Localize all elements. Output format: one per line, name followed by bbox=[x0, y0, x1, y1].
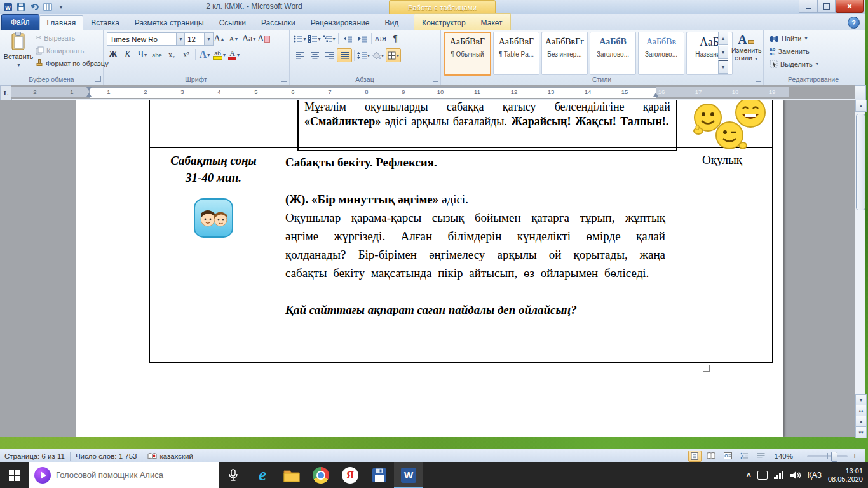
font-size-combo[interactable]: 12▾ bbox=[184, 32, 214, 46]
file-explorer-button[interactable] bbox=[277, 462, 306, 488]
clipboard-dialog-launcher-icon[interactable] bbox=[95, 76, 101, 82]
save-icon[interactable] bbox=[15, 1, 27, 13]
style-heading1[interactable]: АаБбВ Заголово... bbox=[590, 32, 636, 75]
font-name-combo[interactable]: Times New Ro▾ bbox=[107, 32, 186, 46]
internet-explorer-button[interactable]: e bbox=[248, 462, 277, 488]
zoom-slider-thumb[interactable] bbox=[831, 452, 837, 462]
change-case-button[interactable]: Аа▾ bbox=[241, 32, 256, 45]
bullets-button[interactable]: ▾ bbox=[293, 32, 307, 45]
tab-table-layout[interactable]: Макет bbox=[473, 15, 510, 30]
paragraph-dialog-launcher-icon[interactable] bbox=[433, 76, 438, 82]
styles-scroll-up-icon[interactable]: ▲ bbox=[718, 32, 728, 45]
sort-button[interactable]: А↓Я bbox=[374, 32, 388, 45]
format-painter-button[interactable]: Формат по образцу bbox=[36, 59, 109, 67]
underline-button[interactable]: Ч▾ bbox=[135, 48, 149, 61]
highlight-button[interactable]: аб ▾ bbox=[212, 48, 226, 61]
hanging-indent-marker[interactable] bbox=[86, 93, 92, 97]
tab-table-design[interactable]: Конструктор bbox=[414, 15, 473, 30]
style-no-spacing[interactable]: АаБбВвГг Без интер... bbox=[541, 32, 588, 75]
grow-font-button[interactable]: А▲ bbox=[212, 32, 226, 45]
draft-view-button[interactable] bbox=[754, 451, 768, 462]
select-button[interactable]: Выделить▾ bbox=[770, 60, 818, 68]
line-spacing-button[interactable]: ▾ bbox=[356, 49, 370, 62]
subscript-button[interactable]: x₂ bbox=[165, 48, 179, 61]
numbering-button[interactable]: ▾ bbox=[308, 32, 322, 45]
align-center-button[interactable] bbox=[308, 49, 322, 62]
page-status[interactable]: Страница: 6 из 11 bbox=[4, 452, 65, 460]
superscript-button[interactable]: x² bbox=[179, 48, 193, 61]
text-effects-button[interactable]: А▾ bbox=[198, 48, 212, 61]
right-indent-marker[interactable] bbox=[653, 93, 658, 97]
undo-icon[interactable] bbox=[29, 1, 40, 13]
tab-review[interactable]: Рецензирование bbox=[303, 15, 377, 30]
tray-expand-icon[interactable]: ^ bbox=[747, 471, 751, 480]
replace-button[interactable]: abac Заменить bbox=[770, 47, 810, 56]
maximize-button[interactable] bbox=[817, 0, 836, 13]
minimize-button[interactable] bbox=[799, 0, 817, 13]
volume-icon[interactable] bbox=[790, 470, 801, 480]
floppy-app-button[interactable] bbox=[365, 462, 394, 488]
language-indicator[interactable]: ҚАЗ bbox=[808, 471, 822, 480]
alice-search-box[interactable]: Голосовой помощник Алиса bbox=[29, 462, 219, 488]
tray-app-icon[interactable] bbox=[757, 471, 768, 480]
style-heading2[interactable]: АаБбВв Заголово... bbox=[638, 32, 684, 75]
lesson-cell[interactable]: Сабақты бекіту. Рефлексия. (Ж). «Бір мин… bbox=[285, 153, 665, 319]
table-resize-handle[interactable] bbox=[703, 365, 710, 372]
horizontal-ruler[interactable]: 2112345678910111213141516171819 bbox=[11, 85, 855, 99]
ruler-toggle-button[interactable] bbox=[855, 85, 866, 100]
document-area[interactable]: Мұғалім оқушыларды сабаққа қатысу белсен… bbox=[0, 100, 855, 437]
word-taskbar-button[interactable]: W bbox=[394, 462, 423, 488]
shrink-font-button[interactable]: А▼ bbox=[227, 32, 241, 45]
network-icon[interactable] bbox=[774, 471, 783, 479]
borders-button[interactable]: ▾ bbox=[386, 48, 401, 62]
change-styles-button[interactable]: А Изменить стили ▾ bbox=[731, 32, 761, 63]
qat-customize-icon[interactable]: ▾ bbox=[55, 1, 67, 13]
tab-mailings[interactable]: Рассылки bbox=[254, 15, 303, 30]
justify-button[interactable] bbox=[337, 48, 352, 62]
resource-cell[interactable]: Оқулық bbox=[672, 153, 773, 167]
font-dialog-launcher-icon[interactable] bbox=[281, 76, 287, 82]
find-button[interactable]: Найти▾ bbox=[770, 34, 807, 43]
scrollbar-thumb[interactable] bbox=[856, 114, 865, 210]
increase-indent-button[interactable] bbox=[355, 32, 369, 45]
tab-home[interactable]: Главная bbox=[39, 15, 84, 30]
stage-cell[interactable]: Сабақтың соңы 31-40 мин. bbox=[149, 152, 278, 186]
styles-gallery-expand-icon[interactable]: ▼ bbox=[718, 60, 728, 74]
scroll-up-icon[interactable]: ▲ bbox=[855, 100, 867, 112]
clear-formatting-button[interactable]: А bbox=[257, 32, 271, 45]
help-icon[interactable]: ? bbox=[848, 17, 860, 29]
word-app-icon[interactable]: W bbox=[2, 1, 13, 13]
copy-button[interactable]: Копировать bbox=[36, 46, 84, 55]
align-right-button[interactable] bbox=[322, 49, 336, 62]
word-count-status[interactable]: Число слов: 1 753 bbox=[76, 452, 137, 460]
font-size-caret-icon[interactable]: ▾ bbox=[204, 33, 213, 45]
smiley-images[interactable] bbox=[678, 100, 773, 152]
assessment-text-frame[interactable]: Мұғалім оқушыларды сабаққа қатысу белсен… bbox=[297, 100, 677, 151]
close-button[interactable]: × bbox=[836, 0, 864, 13]
style-normal[interactable]: АаБбВвГ ¶ Обычный bbox=[444, 32, 491, 76]
lesson-plan-table[interactable]: Мұғалім оқушыларды сабаққа қатысу белсен… bbox=[149, 100, 773, 362]
font-name-caret-icon[interactable]: ▾ bbox=[176, 33, 185, 45]
print-layout-view-button[interactable] bbox=[688, 451, 702, 462]
table-icon[interactable] bbox=[42, 1, 53, 13]
bold-button[interactable]: Ж bbox=[106, 48, 120, 61]
align-left-button[interactable] bbox=[293, 49, 307, 62]
zoom-in-icon[interactable]: + bbox=[851, 451, 858, 461]
tab-references[interactable]: Ссылки bbox=[212, 15, 254, 30]
outline-view-button[interactable] bbox=[738, 451, 751, 462]
zoom-out-icon[interactable]: − bbox=[796, 451, 804, 461]
style-table-paragraph[interactable]: АаБбВвГ ¶ Table Pa... bbox=[493, 32, 539, 75]
zoom-slider[interactable] bbox=[807, 455, 848, 458]
cut-button[interactable]: ✂Вырезать bbox=[36, 34, 75, 42]
start-button[interactable] bbox=[0, 462, 29, 488]
next-page-icon[interactable]: ▾▾ bbox=[855, 426, 867, 438]
zoom-level[interactable]: 140% bbox=[775, 452, 793, 460]
tab-page-layout[interactable]: Разметка страницы bbox=[127, 15, 212, 30]
fullscreen-reading-view-button[interactable] bbox=[705, 451, 718, 462]
font-color-button[interactable]: А ▾ bbox=[227, 48, 241, 61]
yandex-browser-button[interactable]: Я bbox=[336, 462, 365, 488]
styles-scroll-down-icon[interactable]: ▼ bbox=[718, 46, 728, 59]
decrease-indent-button[interactable] bbox=[341, 32, 355, 45]
vertical-scrollbar[interactable]: ▲ ▼ ▴▴ ● ▾▾ bbox=[855, 100, 865, 437]
tab-insert[interactable]: Вставка bbox=[83, 15, 127, 30]
